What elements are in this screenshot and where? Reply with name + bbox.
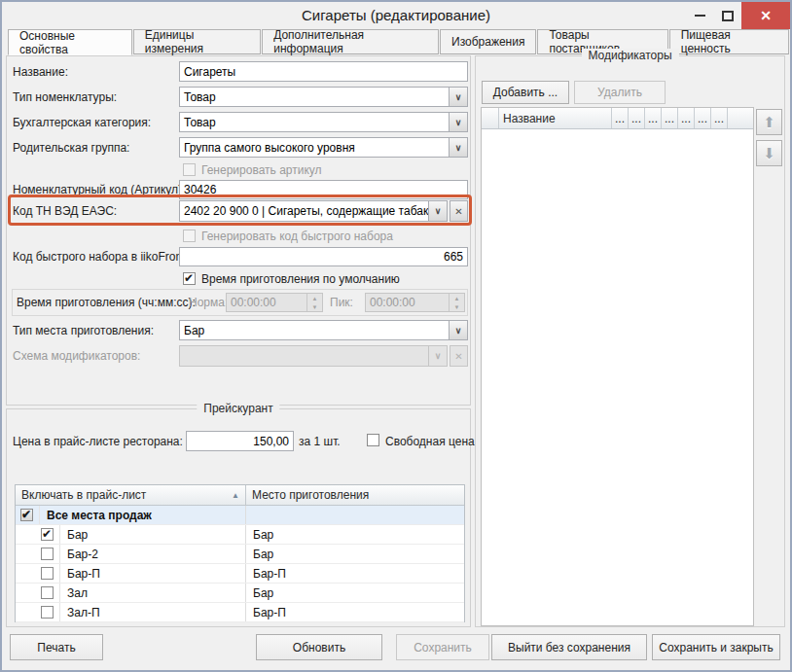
column-ellipsis[interactable]: ... [645,108,662,128]
price-label: Цена в прайс-листе ресторана: [13,435,183,448]
row-label: Бар-П [60,567,100,581]
peak-label: Пик: [330,296,353,309]
modifiers-panel: Модификаторы Добавить ... Удалить Назван… [475,55,785,627]
row-checkbox[interactable] [20,509,33,521]
name-label: Название: [13,65,68,79]
row-checkbox[interactable] [41,548,54,560]
chevron-down-icon[interactable] [449,321,467,339]
cooking-time-label: Время приготовления (чч:мм:сс): [17,296,196,309]
row-label: Бар-2 [60,548,98,561]
table-row[interactable]: Все места продаж [16,506,464,525]
row-place: Бар-П [253,606,286,619]
close-button[interactable]: ✕ [741,2,790,29]
minimize-button[interactable] [686,2,713,29]
price-input[interactable]: 150,00 [186,431,294,451]
row-label: Зал [60,586,88,600]
chevron-down-icon[interactable] [449,138,467,157]
row-checkbox[interactable] [41,586,54,599]
column-ellipsis[interactable]: ... [662,108,678,128]
name-input[interactable]: Сигареты [179,61,468,82]
nomenclature-type-select[interactable]: Товар [179,87,468,107]
accounting-category-label: Бухгалтерская категория: [13,116,151,129]
chevron-down-icon[interactable] [449,88,467,106]
maximize-button[interactable] [714,2,741,29]
generate-quick-code-checkbox [183,230,196,242]
column-ellipsis[interactable]: ... [629,108,645,128]
tnved-label: Код ТН ВЭД ЕАЭС: [13,204,117,218]
column-include-in-pricelist[interactable]: Включать в прайс-лист ▲ [16,485,246,505]
cooking-place-type-select[interactable]: Бар [179,320,468,340]
tnved-select[interactable]: 2402 20 900 0 | Сигареты, содержащие таб… [179,200,448,222]
table-row[interactable]: Зал-П Бар-П [16,603,464,622]
table-row[interactable]: Зал Бар [16,584,464,603]
pricelist-title: Прейскурант [197,402,279,415]
maximize-icon [722,11,734,21]
row-place: Бар [253,586,273,600]
row-label: Бар [60,528,88,542]
article-input[interactable]: 30426 [179,180,468,199]
modifier-scheme-clear-button [450,345,468,367]
row-place: Бар [253,548,273,561]
spinner-down-icon: ▼ [307,302,322,311]
quick-code-input[interactable]: 665 [179,247,468,266]
window-title: Сигареты (редактирование) [2,7,790,23]
modifiers-table-header: Название ... ... ... ... ... ... ... [482,108,753,129]
tab-images[interactable]: Изображения [440,29,536,54]
row-label: Зал-П [60,606,100,619]
accounting-category-select[interactable]: Товар [179,112,468,132]
chevron-down-icon[interactable] [449,113,467,131]
save-button: Сохранить [396,634,489,660]
table-row[interactable]: Бар-П Бар-П [16,564,464,584]
minimize-icon [695,15,705,17]
pricelist-table: Включать в прайс-лист ▲ Место приготовле… [15,484,465,622]
column-name[interactable]: Название [499,108,612,128]
table-row[interactable]: Бар Бар [16,525,464,545]
tab-nutrition[interactable]: Пищевая ценность [669,29,789,54]
column-cooking-place[interactable]: Место приготовления [246,485,464,505]
quick-code-label: Код быстрого набора в iikoFront: [13,250,189,264]
add-modifier-button[interactable]: Добавить ... [482,81,569,104]
generate-article-checkbox [183,163,196,176]
tab-additional-info[interactable]: Дополнительная информация [262,29,439,54]
row-checkbox[interactable] [41,567,54,580]
column-ellipsis[interactable]: ... [612,108,629,128]
default-cooking-time-checkbox[interactable] [183,272,196,285]
spinner-down-icon: ▼ [450,302,464,311]
delete-modifier-button: Удалить [574,81,666,104]
title-bar: Сигареты (редактирование) ✕ [2,2,790,29]
pricelist-panel: Прейскурант Цена в прайс-листе ресторана… [6,408,471,627]
parent-group-select[interactable]: Группа самого высокого уровня [179,137,468,158]
close-icon: ✕ [760,8,772,23]
spinner-up-icon: ▲ [450,294,464,302]
refresh-button[interactable]: Обновить [256,634,382,660]
row-checkbox[interactable] [41,606,54,619]
table-row[interactable]: Бар-2 Бар [16,545,464,564]
print-button[interactable]: Печать [10,634,103,660]
per-unit-label: за 1 шт. [299,435,341,448]
modifier-scheme-select [179,345,448,367]
exit-without-saving-button[interactable]: Выйти без сохранения [491,634,647,660]
move-up-button[interactable] [756,109,782,135]
save-and-close-button[interactable]: Сохранить и закрыть [652,634,780,660]
generate-article-label: Генерировать артикул [201,163,322,177]
tab-main-properties[interactable]: Основные свойства [8,29,132,55]
pricelist-table-header: Включать в прайс-лист ▲ Место приготовле… [16,485,464,506]
chevron-down-icon[interactable] [428,201,447,221]
move-down-button[interactable] [756,140,782,166]
row-place: Бар-П [253,567,286,581]
nomenclature-type-label: Тип номенклатуры: [13,90,117,104]
tab-units[interactable]: Единицы измерения [133,29,261,54]
free-price-checkbox[interactable] [367,434,379,446]
column-marker [482,108,499,128]
column-ellipsis[interactable]: ... [711,108,728,128]
column-ellipsis[interactable]: ... [695,108,711,128]
column-ellipsis[interactable]: ... [678,108,695,128]
row-label: Все места продаж [40,509,152,522]
cooking-time-panel: Время приготовления (чч:мм:сс): Норма: 0… [12,289,468,316]
row-checkbox[interactable] [41,528,54,541]
norm-time-input: 00:00:00 ▲▼ [226,293,323,312]
tnved-clear-button[interactable] [450,200,468,222]
sort-ascending-icon: ▲ [232,491,239,500]
dialog-window: Сигареты (редактирование) ✕ Основные сво… [0,0,792,672]
peak-spinner: ▲▼ [449,294,464,311]
